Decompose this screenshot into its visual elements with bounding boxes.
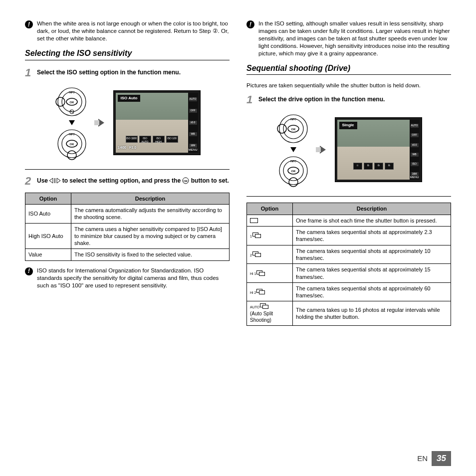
desc-cell: The camera takes sequential shots at app… — [293, 264, 451, 283]
table-row: ValueThe ISO sensitivity is fixed to the… — [25, 249, 230, 260]
opt-cell: Hi 1 — [247, 264, 293, 283]
iso-chip: ISO 3200 — [126, 136, 138, 143]
shutter-speed: 1/400 — [118, 145, 127, 150]
desc-cell: The camera takes sequential shots at app… — [293, 245, 451, 264]
menu-label: MENU — [410, 176, 419, 180]
note-text: When the white area is not large enough … — [37, 20, 230, 42]
note-text: ISO stands for International Organizatio… — [37, 267, 230, 289]
arrow-right-icon — [320, 146, 326, 154]
note-text: In the ISO setting, although smaller val… — [258, 20, 451, 57]
drive-options-table: Option Description One frame is shot eac… — [246, 203, 451, 326]
step-1-drive: 1 Select the drive option in the functio… — [246, 94, 451, 105]
desc-cell: The ISO sensitivity is fixed to the sele… — [71, 249, 230, 260]
info-note: ! In the ISO setting, although smaller v… — [246, 20, 451, 57]
opt-cell: High ISO Auto — [25, 223, 71, 249]
iso-chip: ISO AUTO — [139, 136, 151, 143]
th-option: Option — [247, 203, 293, 215]
section-heading-iso: Selecting the ISO sensitivity — [25, 48, 230, 60]
iso-chip: ISO 100 — [166, 136, 178, 143]
desc-cell: The camera takes up to 16 photos at regu… — [293, 301, 451, 326]
svg-text:INFO: INFO — [69, 91, 75, 94]
screen-label: ISO Auto — [118, 95, 141, 102]
step-text: Use to select the setting option, and pr… — [37, 176, 229, 185]
svg-text:OK: OK — [291, 170, 296, 173]
aperture: F3.0 — [129, 145, 136, 150]
page-footer: EN 35 — [417, 451, 451, 466]
menu-label: MENU — [189, 148, 198, 152]
svg-text:INFO: INFO — [290, 118, 296, 121]
step-2: 2 Use to select the setting option, and … — [25, 176, 230, 187]
svg-marker-14 — [49, 178, 53, 183]
control-dial-top: OK INFO — [54, 84, 89, 119]
table-row: ISO AutoThe camera automatically adjusts… — [25, 204, 230, 223]
info-note: ! ISO stands for International Organizat… — [25, 267, 230, 289]
page-number: 35 — [432, 451, 451, 466]
table-row: 1The camera takes sequential shots at ap… — [247, 227, 451, 245]
opt-cell — [247, 215, 293, 226]
opt-cell: AUTO(Auto Split Shooting) — [247, 301, 293, 326]
step-number: 2 — [25, 176, 34, 187]
intro-text: Pictures are taken sequentially while th… — [246, 82, 451, 89]
caution-icon: ! — [25, 267, 33, 275]
burst-icon — [252, 233, 262, 238]
th-option: Option — [25, 193, 71, 204]
table-row: One frame is shot each time the shutter … — [247, 215, 451, 226]
svg-text:OK: OK — [69, 143, 74, 146]
svg-point-30 — [289, 178, 298, 187]
arrow-down-icon — [290, 147, 296, 152]
screen-label: Single — [339, 122, 357, 129]
step-number: 1 — [246, 94, 255, 105]
camera-screen-iso: ISO Auto ISO 3200 ISO AUTO ISO HIGH ISO … — [113, 90, 201, 155]
step-number: 1 — [25, 67, 34, 78]
table-row: AUTO(Auto Split Shooting)The camera take… — [247, 301, 451, 326]
caution-icon: ! — [25, 20, 33, 28]
iso-options-table: Option Description ISO AutoThe camera au… — [25, 193, 230, 261]
step-text: Select the drive option in the function … — [258, 94, 385, 104]
svg-text:OK: OK — [184, 180, 188, 183]
svg-point-24 — [277, 124, 286, 133]
ok-button-icon: OK — [182, 177, 189, 184]
single-frame-icon — [250, 218, 258, 223]
arrow-down-icon — [69, 120, 75, 125]
th-description: Description — [71, 193, 230, 204]
th-description: Description — [293, 203, 451, 215]
warning-note: ! When the white area is not large enoug… — [25, 20, 230, 42]
burst-icon — [256, 270, 266, 276]
control-dial-bottom: OK INFO — [276, 153, 311, 188]
control-dial-top: OK INFO — [276, 111, 311, 146]
table-row: 2The camera takes sequential shots at ap… — [247, 245, 451, 264]
arrow-right-icon — [98, 119, 104, 127]
opt-cell: Value — [25, 249, 71, 260]
desc-cell: The camera uses a higher sensitivity com… — [71, 223, 230, 249]
illustration-drive: OK INFO OK INFO — [246, 111, 451, 188]
svg-point-13 — [67, 151, 76, 160]
burst-icon — [256, 289, 266, 295]
table-row: High ISO AutoThe camera uses a higher se… — [25, 223, 230, 249]
left-right-arrow-icon — [49, 178, 60, 184]
camera-screen-drive: Single □ ⧉ ⧉ ⧉ AUTO OFF ±0.0 WB ISO 16M — [335, 117, 422, 182]
iso-chip: ISO HIGH — [153, 136, 165, 143]
caution-icon: ! — [246, 20, 254, 28]
burst-icon — [252, 251, 262, 257]
section-heading-drive: Sequential shooting (Drive) — [246, 63, 451, 75]
opt-cell: 2 — [247, 245, 293, 264]
divider — [25, 169, 230, 170]
burst-icon — [260, 303, 270, 309]
desc-cell: The camera takes sequential shots at app… — [293, 227, 451, 245]
svg-text:INFO: INFO — [69, 133, 75, 136]
opt-cell: Hi 2 — [247, 282, 293, 301]
table-row: Hi 2The camera takes sequential shots at… — [247, 282, 451, 301]
svg-text:OK: OK — [69, 101, 74, 104]
table-row: Hi 1The camera takes sequential shots at… — [247, 264, 451, 283]
desc-cell: The camera automatically adjusts the sen… — [71, 204, 230, 223]
desc-cell: One frame is shot each time the shutter … — [293, 215, 451, 226]
svg-point-5 — [56, 97, 65, 106]
divider — [246, 196, 451, 197]
step-1: 1 Select the ISO setting option in the f… — [25, 67, 230, 78]
opt-cell: 1 — [247, 227, 293, 245]
language-code: EN — [417, 454, 428, 464]
svg-text:OK: OK — [291, 128, 296, 131]
illustration-iso: OK INFO OK INFO — [25, 84, 230, 161]
control-dial-bottom: OK INFO — [54, 126, 89, 161]
step-text: Select the ISO setting option in the fun… — [37, 67, 181, 77]
